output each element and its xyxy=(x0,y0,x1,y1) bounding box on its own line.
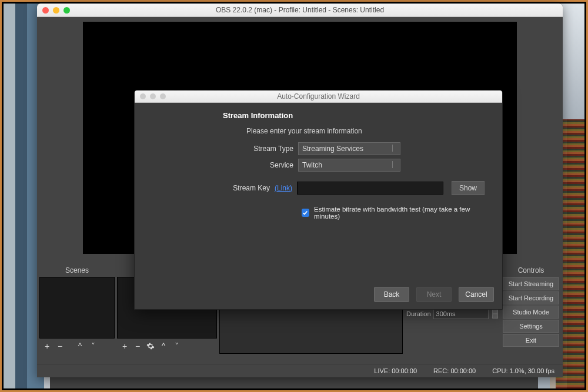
close-icon[interactable] xyxy=(140,93,146,99)
stream-type-select[interactable]: Streaming Services xyxy=(298,142,400,155)
bandwidth-test-label: Estimate bitrate with bandwidth test (ma… xyxy=(314,206,485,220)
start-recording-button[interactable]: Start Recording xyxy=(503,292,559,304)
start-streaming-button[interactable]: Start Streaming xyxy=(503,277,559,290)
status-live: LIVE: 00:00:00 xyxy=(374,367,417,374)
status-bar: LIVE: 00:00:00 REC: 00:00:00 CPU: 1.0%, … xyxy=(37,364,563,377)
bandwidth-test-row: Estimate bitrate with bandwidth test (ma… xyxy=(302,206,485,220)
settings-button[interactable]: Settings xyxy=(503,320,559,333)
cancel-button[interactable]: Cancel xyxy=(459,287,494,302)
scene-up-button[interactable]: ^ xyxy=(74,340,86,353)
scenes-panel: Scenes + − ^ ˅ xyxy=(39,263,115,354)
scenes-list[interactable] xyxy=(39,277,115,339)
service-label: Service xyxy=(152,161,293,169)
gear-icon xyxy=(146,342,155,350)
remove-scene-button[interactable]: − xyxy=(54,340,66,353)
add-scene-button[interactable]: + xyxy=(41,340,54,353)
source-down-button[interactable]: ˅ xyxy=(170,340,183,353)
controls-panel: Controls Start Streaming Start Recording… xyxy=(502,263,560,354)
scenes-toolbar: + − ^ ˅ xyxy=(39,339,115,354)
controls-label: Controls xyxy=(502,263,560,277)
auto-config-wizard: Auto-Configuration Wizard Stream Informa… xyxy=(134,90,503,310)
duration-spinner[interactable] xyxy=(492,309,498,319)
wizard-subtitle: Please enter your stream information xyxy=(246,127,485,135)
zoom-icon[interactable] xyxy=(64,7,70,14)
service-select[interactable]: Twitch xyxy=(298,159,400,172)
wizard-body: Stream Information Please enter your str… xyxy=(135,103,502,281)
source-properties-button[interactable] xyxy=(144,340,157,353)
exit-button[interactable]: Exit xyxy=(503,334,559,347)
source-up-button[interactable]: ^ xyxy=(157,340,170,353)
app-frame: OBS 22.0.2 (mac) - Profile: Untitled - S… xyxy=(0,0,588,392)
stream-key-input[interactable] xyxy=(297,182,443,195)
traffic-lights xyxy=(140,93,166,99)
bandwidth-test-checkbox[interactable] xyxy=(302,209,309,217)
wizard-footer: Back Next Cancel xyxy=(135,281,502,309)
wizard-heading: Stream Information xyxy=(223,111,485,120)
studio-mode-button[interactable]: Studio Mode xyxy=(503,306,559,319)
stream-key-row: Stream Key (Link) Show xyxy=(152,181,485,195)
traffic-lights xyxy=(42,7,70,14)
scenes-label: Scenes xyxy=(39,263,115,277)
remove-source-button[interactable]: − xyxy=(131,340,144,353)
stream-key-label: Stream Key xyxy=(152,184,270,192)
check-icon xyxy=(302,210,308,216)
close-icon[interactable] xyxy=(42,7,49,14)
wizard-titlebar[interactable]: Auto-Configuration Wizard xyxy=(135,91,502,103)
titlebar[interactable]: OBS 22.0.2 (mac) - Profile: Untitled - S… xyxy=(37,4,563,17)
sources-toolbar: + − ^ ˅ xyxy=(117,339,217,354)
duration-label: Duration xyxy=(406,310,431,317)
window-title: OBS 22.0.2 (mac) - Profile: Untitled - S… xyxy=(37,6,563,14)
add-source-button[interactable]: + xyxy=(118,340,131,353)
stream-type-row: Stream Type Streaming Services xyxy=(152,142,485,155)
status-cpu: CPU: 1.0%, 30.00 fps xyxy=(492,367,554,374)
wizard-title: Auto-Configuration Wizard xyxy=(135,92,502,100)
back-button[interactable]: Back xyxy=(374,287,409,302)
status-rec: REC: 00:00:00 xyxy=(433,367,476,374)
show-key-button[interactable]: Show xyxy=(452,181,485,195)
minimize-icon[interactable] xyxy=(53,7,59,14)
service-row: Service Twitch xyxy=(152,159,485,172)
zoom-icon[interactable] xyxy=(160,93,166,99)
duration-input[interactable]: 300ms xyxy=(433,309,489,319)
minimize-icon[interactable] xyxy=(150,93,156,99)
next-button: Next xyxy=(416,287,452,302)
scene-down-button[interactable]: ˅ xyxy=(86,340,99,353)
stream-key-link[interactable]: (Link) xyxy=(275,184,292,192)
stream-type-label: Stream Type xyxy=(152,145,293,153)
